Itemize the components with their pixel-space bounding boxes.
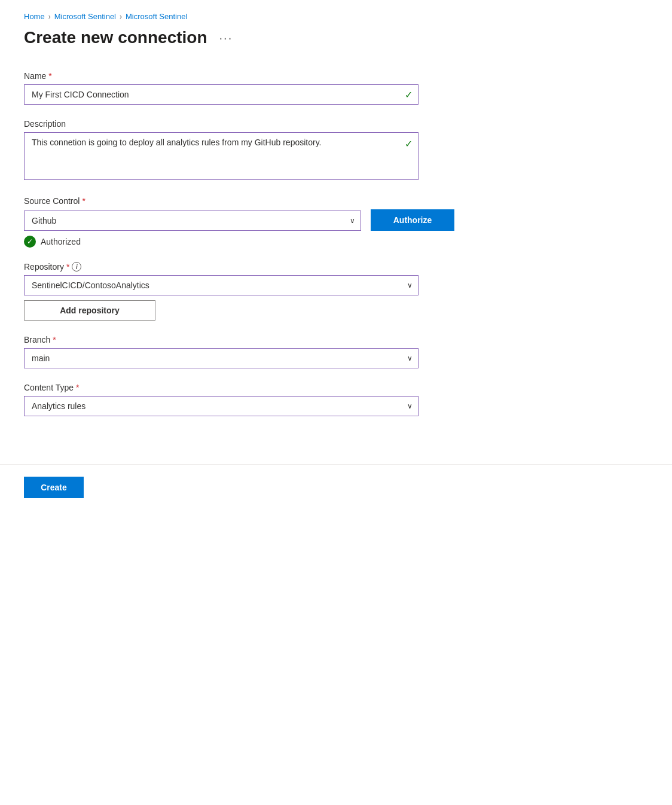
authorized-check-icon: ✓ <box>24 236 36 248</box>
content-type-select-wrapper: Analytics rules Hunting queries Workbook… <box>24 396 419 416</box>
repository-select[interactable]: SentinelCICD/ContosoAnalytics <box>24 275 419 295</box>
breadcrumb-sentinel-2[interactable]: Microsoft Sentinel <box>126 12 187 21</box>
branch-required-star: * <box>53 335 56 344</box>
repository-label: Repository <box>24 262 64 272</box>
description-field-group: Description ✓ <box>24 119 454 182</box>
source-control-select[interactable]: Github Azure DevOps <box>24 211 361 231</box>
branch-select-wrapper: main develop ∨ <box>24 348 419 368</box>
repository-field-group: Repository * i SentinelCICD/ContosoAnaly… <box>24 262 454 321</box>
source-control-required-star: * <box>82 196 85 206</box>
content-type-label: Content Type <box>24 383 74 392</box>
breadcrumb-sentinel-1[interactable]: Microsoft Sentinel <box>54 12 116 21</box>
name-required-star: * <box>48 71 51 81</box>
footer-actions: Create <box>0 465 672 510</box>
name-checkmark-icon: ✓ <box>405 89 413 100</box>
branch-label: Branch <box>24 335 50 344</box>
content-type-required-star: * <box>76 383 79 392</box>
source-control-label: Source Control <box>24 196 80 206</box>
breadcrumb-separator-1: › <box>48 13 51 21</box>
name-label: Name <box>24 71 46 81</box>
repository-required-star: * <box>66 262 69 272</box>
description-checkmark-icon: ✓ <box>405 138 413 150</box>
breadcrumb-separator-2: › <box>120 13 122 21</box>
breadcrumb: Home › Microsoft Sentinel › Microsoft Se… <box>24 12 648 21</box>
authorize-button[interactable]: Authorize <box>371 209 454 231</box>
breadcrumb-home[interactable]: Home <box>24 12 45 21</box>
source-control-select-wrapper: Github Azure DevOps ∨ <box>24 211 361 231</box>
authorized-status: ✓ Authorized <box>24 236 454 248</box>
content-type-select[interactable]: Analytics rules Hunting queries Workbook… <box>24 396 419 416</box>
name-field-group: Name * ✓ <box>24 71 454 105</box>
name-input[interactable] <box>24 84 419 105</box>
ellipsis-menu-button[interactable]: ··· <box>215 29 238 47</box>
name-input-wrapper: ✓ <box>24 84 419 105</box>
authorized-text: Authorized <box>41 237 81 246</box>
description-label: Description <box>24 119 66 129</box>
description-textarea-wrapper: ✓ <box>24 132 419 182</box>
branch-field-group: Branch * main develop ∨ <box>24 335 454 368</box>
repository-info-icon[interactable]: i <box>72 262 81 272</box>
source-control-field-group: Source Control * Github Azure DevOps ∨ A… <box>24 196 454 248</box>
branch-select[interactable]: main develop <box>24 348 419 368</box>
page-title: Create new connection <box>24 28 207 47</box>
content-type-field-group: Content Type * Analytics rules Hunting q… <box>24 383 454 416</box>
create-button[interactable]: Create <box>24 477 84 498</box>
repository-select-wrapper: SentinelCICD/ContosoAnalytics ∨ <box>24 275 419 295</box>
add-repository-button[interactable]: Add repository <box>24 300 155 321</box>
description-textarea[interactable] <box>24 132 419 180</box>
form-container: Name * ✓ Description ✓ Source Control * <box>24 71 454 416</box>
